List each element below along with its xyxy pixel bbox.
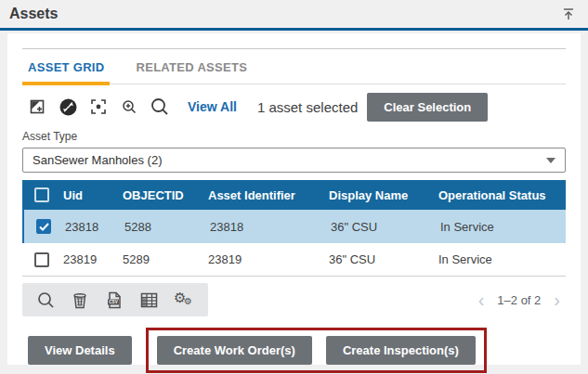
page-range-label: 1–2 of 2 bbox=[497, 293, 541, 307]
column-header-uid: Uid bbox=[61, 188, 121, 202]
cell-display-name: 36" CSU bbox=[327, 252, 437, 266]
table-row[interactable]: 23819 5289 23819 36" CSU In Service bbox=[22, 243, 566, 277]
page-next-icon[interactable]: › bbox=[554, 290, 560, 309]
table-header-row: Uid OBJECTID Asset Identifier Display Na… bbox=[22, 180, 566, 210]
action-buttons-row: View Details Create Work Order(s) Create… bbox=[22, 328, 566, 373]
collapse-panel-icon[interactable] bbox=[560, 6, 577, 22]
row-checkbox-unchecked[interactable] bbox=[34, 252, 49, 267]
clear-selection-button[interactable]: Clear Selection bbox=[367, 93, 488, 122]
annotation-highlight-box: Create Work Order(s) Create Inspection(s… bbox=[146, 328, 487, 373]
cell-uid: 23819 bbox=[61, 252, 121, 266]
view-details-button[interactable]: View Details bbox=[28, 336, 132, 365]
chevron-down-icon bbox=[546, 158, 555, 163]
cell-operational-status: In Service bbox=[438, 220, 566, 234]
asset-type-label: Asset Type bbox=[22, 130, 566, 143]
tab-bar: ASSET GRID RELATED ASSETS bbox=[22, 60, 566, 84]
column-header-asset-identifier: Asset Identifier bbox=[206, 188, 327, 202]
page-title: Assets bbox=[9, 6, 58, 22]
show-on-map-icon[interactable] bbox=[28, 97, 46, 116]
panel-header: Assets bbox=[0, 0, 588, 31]
pan-to-selection-icon[interactable] bbox=[59, 97, 77, 116]
asset-type-value: SanSewer Manholes (2) bbox=[33, 153, 162, 167]
cell-display-name: 36" CSU bbox=[329, 220, 438, 234]
table-footer: CSV ⚙ ⚙ bbox=[22, 283, 566, 316]
cell-asset-identifier: 23818 bbox=[208, 220, 329, 234]
export-csv-icon[interactable]: CSV bbox=[105, 290, 124, 309]
table-row[interactable]: 23818 5288 23818 36" CSU In Service bbox=[22, 210, 566, 243]
column-header-objectid: OBJECTID bbox=[121, 188, 206, 202]
create-inspections-button[interactable]: Create Inspection(s) bbox=[326, 336, 476, 365]
panel-body: ASSET GRID RELATED ASSETS bbox=[7, 33, 581, 365]
cell-objectid: 5288 bbox=[123, 220, 208, 234]
create-work-orders-button[interactable]: Create Work Order(s) bbox=[157, 336, 312, 365]
view-all-link[interactable]: View All bbox=[188, 99, 237, 114]
settings-gears-icon[interactable]: ⚙ ⚙ bbox=[174, 290, 194, 309]
zoom-in-icon[interactable] bbox=[120, 97, 138, 116]
csv-label: CSV bbox=[109, 300, 118, 304]
asset-type-select[interactable]: SanSewer Manholes (2) bbox=[22, 148, 566, 173]
cell-operational-status: In Service bbox=[437, 252, 566, 266]
search-icon[interactable] bbox=[36, 290, 55, 309]
pagination: ‹ 1–2 of 2 › bbox=[478, 290, 560, 309]
grid-toolbar: View All 1 asset selected Clear Selectio… bbox=[22, 93, 566, 121]
asset-table: Uid OBJECTID Asset Identifier Display Na… bbox=[22, 180, 566, 277]
grid-actions-icon-bar: CSV ⚙ ⚙ bbox=[22, 283, 208, 316]
cell-objectid: 5289 bbox=[121, 252, 206, 266]
map-tool-icons bbox=[28, 97, 169, 116]
select-all-checkbox[interactable] bbox=[34, 187, 49, 202]
page-prev-icon[interactable]: ‹ bbox=[478, 290, 485, 309]
assets-panel: Assets ASSET GRID RELATED ASSETS bbox=[0, 0, 588, 374]
trash-icon[interactable] bbox=[71, 290, 89, 309]
column-header-display-name: Display Name bbox=[327, 188, 437, 202]
column-header-operational-status: Operational Status bbox=[437, 188, 566, 202]
cell-uid: 23818 bbox=[63, 220, 123, 234]
gear-small-icon: ⚙ bbox=[184, 296, 192, 306]
tab-related-assets[interactable]: RELATED ASSETS bbox=[136, 60, 247, 84]
row-checkbox-checked[interactable] bbox=[36, 219, 51, 234]
zoom-to-selection-icon[interactable] bbox=[89, 97, 108, 116]
search-map-icon[interactable] bbox=[150, 97, 169, 116]
divider bbox=[22, 48, 566, 49]
selection-status: 1 asset selected bbox=[257, 99, 358, 115]
cell-asset-identifier: 23819 bbox=[206, 252, 327, 266]
tab-asset-grid[interactable]: ASSET GRID bbox=[28, 60, 104, 84]
table-view-icon[interactable] bbox=[139, 290, 158, 309]
